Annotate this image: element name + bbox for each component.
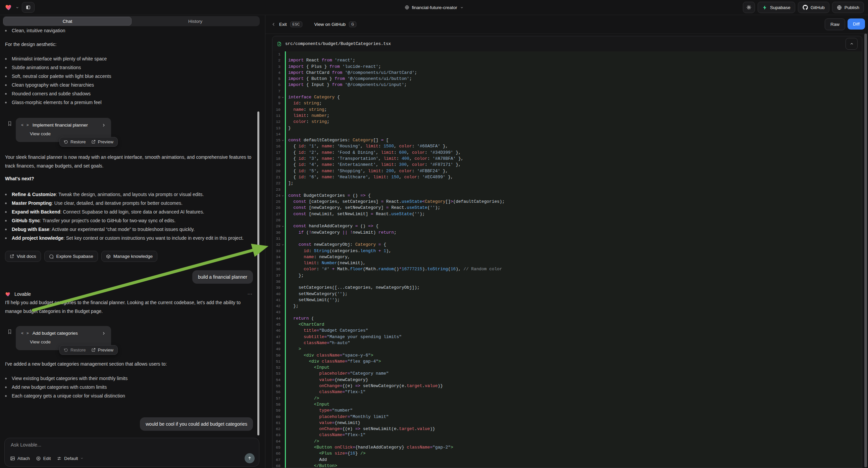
- code-line: 4import ChartCard from '@/components/ui/…: [273, 70, 862, 76]
- fold-chevron-icon[interactable]: [280, 94, 285, 100]
- version-card[interactable]: < >Implement financial plannerView codeR…: [16, 118, 111, 142]
- list-item: Subtle animations and transitions: [5, 63, 253, 72]
- line-number: 65: [273, 444, 280, 450]
- code-line-text: [286, 217, 288, 223]
- code-line: 62 onChange={(e) => setNewLimit(e.target…: [273, 426, 862, 432]
- code-line: 24const BudgetCategories = () => {: [273, 193, 862, 199]
- attach-label: Attach: [18, 456, 30, 461]
- restore-icon: [64, 348, 68, 352]
- fold-gutter: [280, 273, 285, 279]
- code-line-text: { id: '1', name: 'Housing', limit: 1500,…: [286, 143, 448, 149]
- action-button-label: Manage knowledge: [114, 254, 153, 259]
- line-number: 11: [273, 113, 280, 119]
- fold-chevron-icon[interactable]: [280, 242, 285, 248]
- code-line: 13}: [273, 125, 862, 131]
- list-item-text: Clean, intuitive navigation: [12, 26, 65, 35]
- back-chevron-icon[interactable]: [272, 22, 276, 27]
- restore-label: Restore: [70, 348, 86, 352]
- raw-button[interactable]: Raw: [825, 19, 845, 30]
- diff-button[interactable]: Diff: [847, 19, 865, 30]
- exit-button[interactable]: Exit: [279, 22, 287, 27]
- code-line-text: const [categories, setCategories] = Reac…: [286, 199, 505, 205]
- code-line-text: </Button>: [286, 463, 337, 468]
- list-item-text: Clean typography with clear hierarchies: [12, 81, 94, 89]
- preview-button[interactable]: Preview: [91, 348, 114, 352]
- view-code-link[interactable]: View code: [21, 130, 106, 138]
- bullet-dot-icon: [5, 93, 7, 95]
- bullet-dot-icon: [5, 237, 7, 239]
- fold-gutter: [280, 402, 285, 408]
- attach-button[interactable]: Attach: [10, 456, 30, 461]
- code-line-text: if (!newCategory || !newLimit) return;: [286, 230, 397, 236]
- publish-button[interactable]: Publish: [832, 2, 864, 13]
- message-menu-button[interactable]: ⋯: [247, 291, 253, 297]
- chat-message-list[interactable]: Clean, intuitive navigationFor the desig…: [0, 26, 265, 434]
- collapse-file-button[interactable]: [845, 38, 858, 50]
- quick-actions-row: Visit docsExplore SupabaseManage knowled…: [5, 251, 253, 262]
- code-line-text: limit: number;: [286, 113, 330, 119]
- supabase-button[interactable]: Supabase: [757, 2, 795, 13]
- chat-input[interactable]: [10, 442, 256, 448]
- view-on-github-button[interactable]: View on GitHub: [314, 22, 346, 27]
- action-button-explore-supabase[interactable]: Explore Supabase: [44, 251, 98, 262]
- line-number: 22: [273, 180, 280, 186]
- restore-icon: [64, 140, 68, 144]
- list-item-text: Glass-morphic elements for a premium fee…: [12, 98, 102, 107]
- fold-gutter: [280, 107, 285, 113]
- action-button-manage-knowledge[interactable]: Manage knowledge: [101, 251, 157, 262]
- preview-icon: [91, 140, 96, 144]
- code-line: 20 { id: '5', name: 'Shopping', limit: 2…: [273, 168, 862, 174]
- send-button[interactable]: [245, 453, 255, 463]
- workspace-chevron-down-icon[interactable]: [16, 6, 19, 9]
- code-line: 68 </Button>: [273, 463, 862, 468]
- fold-gutter: [280, 396, 285, 402]
- line-number: 45: [273, 322, 280, 328]
- line-number: 6: [273, 82, 280, 88]
- fold-chevron-icon[interactable]: [280, 193, 285, 199]
- lovable-heart-logo[interactable]: [5, 4, 13, 11]
- bullet-list: Minimalist interface with plenty of whit…: [5, 54, 253, 107]
- fold-gutter: [280, 389, 285, 395]
- project-switcher[interactable]: financial-future-creator: [404, 5, 463, 10]
- code-line: 9 id: string;: [273, 100, 862, 107]
- code-editor[interactable]: 12import React from 'react';3import { Pl…: [273, 51, 862, 468]
- sidebar-toggle-button[interactable]: [22, 2, 35, 13]
- line-number: 7: [273, 88, 280, 94]
- fold-chevron-icon[interactable]: [280, 137, 285, 143]
- fold-gutter: [280, 64, 285, 70]
- bullet-dot-icon: [5, 84, 7, 86]
- line-number: 4: [273, 70, 280, 76]
- code-line: 51 <div className="flex gap-4">: [273, 358, 862, 364]
- fold-gutter: [280, 352, 285, 358]
- line-number: 38: [273, 279, 280, 285]
- file-header[interactable]: src/components/budget/BudgetCategories.t…: [273, 36, 862, 52]
- edit-button[interactable]: Edit: [36, 456, 51, 461]
- chat-panel: Chat History Clean, intuitive navigation…: [0, 15, 266, 468]
- code-line: 21 { id: '6', name: 'Healthcare', limit:…: [273, 174, 862, 180]
- line-number: 64: [273, 438, 280, 444]
- github-button[interactable]: GitHub: [798, 2, 829, 13]
- restore-button[interactable]: Restore: [64, 139, 86, 144]
- version-card[interactable]: < >Add budget categoriesView codeRestore…: [16, 326, 111, 350]
- restore-button[interactable]: Restore: [64, 348, 86, 352]
- settings-button[interactable]: [743, 2, 755, 13]
- tab-chat[interactable]: Chat: [3, 17, 131, 26]
- tab-history[interactable]: History: [131, 17, 259, 26]
- preview-button[interactable]: Preview: [91, 139, 114, 144]
- action-button-label: Visit docs: [17, 254, 36, 259]
- view-code-link[interactable]: View code: [21, 339, 106, 346]
- fold-chevron-icon[interactable]: [280, 223, 285, 229]
- list-item: Rounded corners and subtle shadows: [5, 89, 253, 98]
- chat-scrollbar[interactable]: [257, 112, 259, 435]
- action-button-visit-docs[interactable]: Visit docs: [5, 251, 41, 262]
- mode-select[interactable]: Default: [57, 456, 84, 461]
- code-scrollbar[interactable]: [864, 34, 867, 467]
- code-line: 67 Add: [273, 457, 862, 463]
- fold-gutter: [280, 291, 285, 297]
- code-line: 47 subtitle="Manage your spending limits…: [273, 334, 862, 340]
- chat-input-box: Attach Edit Default: [4, 438, 259, 467]
- code-line-text: <ChartCard: [286, 322, 324, 328]
- code-line: 46 title="Budget Categories": [273, 328, 862, 334]
- topbar-right: Supabase GitHub Publish: [743, 2, 868, 13]
- code-line-text: id: string;: [286, 100, 322, 107]
